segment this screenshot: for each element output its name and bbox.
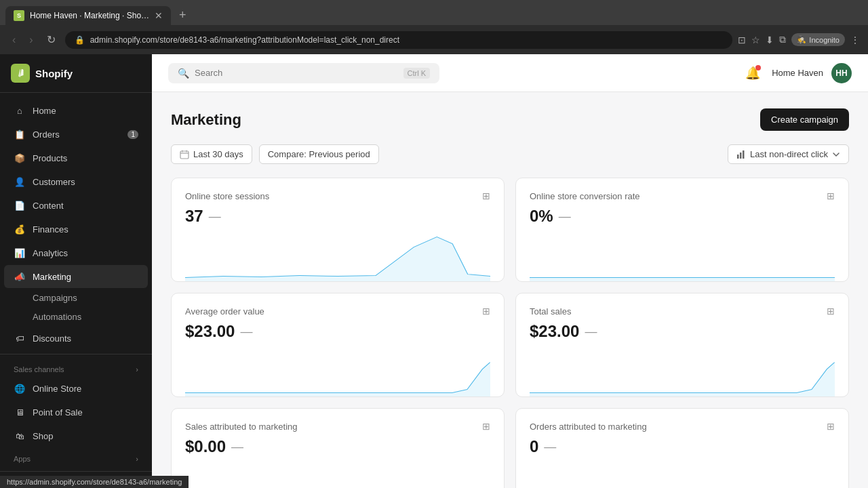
sidebar-item-automations[interactable]: Automations [33, 308, 148, 326]
attribution-select[interactable]: Last non-direct click [728, 144, 849, 164]
metric-card-conversion: Online store conversion rate ⊞ 0% — [515, 178, 849, 282]
sidebar-item-campaigns[interactable]: Campaigns [33, 289, 148, 307]
sidebar-item-home[interactable]: ⌂ Home [4, 99, 148, 122]
download-icon[interactable]: ⬇ [766, 35, 774, 45]
tab-close-button[interactable]: ✕ [155, 10, 163, 21]
sidebar-label-analytics: Analytics [33, 248, 68, 258]
search-icon: 🔍 [178, 68, 189, 79]
svg-rect-1 [737, 155, 739, 159]
calendar-icon [180, 150, 189, 159]
sidebar-item-analytics[interactable]: 📊 Analytics [4, 241, 148, 264]
customers-icon: 👤 [14, 176, 26, 188]
apps-expand-icon[interactable]: › [136, 455, 138, 463]
extensions-icon[interactable]: ⧉ [779, 34, 786, 45]
chart-icon [736, 150, 746, 159]
apps-label: Apps [14, 455, 31, 463]
back-button[interactable]: ‹ [8, 31, 20, 49]
sidebar-label-home: Home [33, 106, 56, 116]
metric-icon-orders-marketing[interactable]: ⊞ [827, 421, 835, 432]
shopify-logo-icon [11, 64, 30, 83]
metric-label-total-sales: Total sales ⊞ [530, 306, 835, 317]
metric-value-avg-order: $23.00 — [185, 322, 490, 341]
home-icon: ⌂ [14, 104, 26, 117]
notification-dot [755, 65, 761, 70]
sidebar-item-shop[interactable]: 🛍 Shop [4, 424, 148, 447]
sidebar-item-content[interactable]: 📄 Content [4, 194, 148, 217]
chart-avg-order [185, 349, 490, 396]
chart-sessions [185, 234, 490, 281]
chevron-down-icon [832, 150, 840, 159]
shop-icon: 🛍 [14, 430, 26, 442]
nav-bar: ‹ › ↻ 🔒 admin.shopify.com/store/de8143-a… [0, 25, 868, 54]
tab-title: Home Haven · Marketing · Sho… [30, 11, 149, 20]
page-title: Marketing [171, 111, 241, 129]
create-campaign-button[interactable]: Create campaign [760, 108, 849, 131]
forward-button[interactable]: › [25, 31, 37, 49]
sidebar: Shopify ⌂ Home 📋 Orders 1 📦 Products 👤 C… [0, 54, 152, 488]
metric-dash-orders-marketing: — [544, 440, 556, 454]
metric-dash-sales-marketing: — [231, 440, 243, 454]
sidebar-item-finances[interactable]: 💰 Finances [4, 218, 148, 241]
lock-icon: 🔒 [75, 35, 85, 45]
products-icon: 📦 [14, 152, 26, 164]
compare-filter[interactable]: Compare: Previous period [259, 144, 379, 164]
shopify-logo[interactable]: Shopify [11, 64, 73, 83]
sidebar-item-pos[interactable]: 🖥 Point of Sale [4, 401, 148, 424]
search-box[interactable]: 🔍 Ctrl K [168, 63, 439, 83]
notification-button[interactable]: 🔔 [742, 62, 764, 84]
menu-icon[interactable]: ⋮ [850, 35, 860, 45]
sidebar-item-discounts[interactable]: 🏷 Discounts [4, 327, 148, 350]
metric-dash-total-sales: — [585, 325, 597, 339]
metric-icon-avg-order[interactable]: ⊞ [482, 306, 490, 317]
new-tab-button[interactable]: + [174, 5, 192, 25]
active-tab[interactable]: S Home Haven · Marketing · Sho… ✕ [5, 6, 171, 25]
sales-channels-section: Sales channels › [0, 359, 152, 376]
marketing-subnav: Campaigns Automations [0, 289, 152, 326]
apps-section: Apps › [0, 448, 152, 466]
sidebar-label-products: Products [33, 153, 67, 163]
sidebar-item-customers[interactable]: 👤 Customers [4, 170, 148, 193]
metric-card-avg-order: Average order value ⊞ $23.00 — [171, 293, 505, 397]
chart-sales-marketing [185, 464, 490, 488]
metric-icon-conversion[interactable]: ⊞ [827, 190, 835, 201]
orders-icon: 📋 [14, 128, 26, 140]
discounts-icon: 🏷 [14, 332, 26, 344]
metric-dash-sessions: — [209, 209, 221, 224]
sales-channels-expand-icon[interactable]: › [136, 365, 138, 373]
sales-channels-label: Sales channels [14, 365, 64, 373]
tab-bar: S Home Haven · Marketing · Sho… ✕ + [0, 0, 868, 25]
metric-card-sessions: Online store sessions ⊞ 37 — [171, 178, 505, 282]
reload-button[interactable]: ↻ [43, 30, 60, 49]
online-store-icon: 🌐 [14, 382, 26, 394]
address-bar[interactable]: 🔒 admin.shopify.com/store/de8143-a6/mark… [65, 31, 733, 49]
metric-card-total-sales: Total sales ⊞ $23.00 — [515, 293, 849, 397]
browser-chrome: S Home Haven · Marketing · Sho… ✕ + ‹ › … [0, 0, 868, 54]
metric-icon-total-sales[interactable]: ⊞ [827, 306, 835, 317]
svg-rect-2 [740, 152, 742, 159]
metric-icon-sales-marketing[interactable]: ⊞ [482, 421, 490, 432]
cast-icon[interactable]: ⊡ [738, 35, 746, 45]
search-input[interactable] [195, 68, 398, 78]
bookmark-icon[interactable]: ☆ [751, 35, 760, 45]
sidebar-item-orders[interactable]: 📋 Orders 1 [4, 123, 148, 146]
main-content: 🔍 Ctrl K 🔔 Home Haven HH Marketing Creat… [152, 54, 868, 488]
date-filter-label: Last 30 days [193, 149, 243, 159]
page-content: Marketing Create campaign Last 30 days C… [152, 92, 868, 488]
sidebar-item-marketing[interactable]: 📣 Marketing [4, 265, 148, 288]
filter-bar: Last 30 days Compare: Previous period La… [171, 144, 849, 164]
metric-label-orders-marketing: Orders attributed to marketing ⊞ [530, 421, 835, 432]
sidebar-label-orders: Orders [33, 129, 60, 140]
sidebar-item-products[interactable]: 📦 Products [4, 146, 148, 169]
sidebar-item-online-store[interactable]: 🌐 Online Store [4, 377, 148, 400]
date-filter[interactable]: Last 30 days [171, 144, 252, 164]
analytics-icon: 📊 [14, 247, 26, 259]
finances-icon: 💰 [14, 223, 26, 235]
store-name: Home Haven [772, 68, 823, 78]
metric-card-sales-marketing: Sales attributed to marketing ⊞ $0.00 — [171, 408, 505, 488]
avatar[interactable]: HH [831, 63, 852, 83]
metric-icon-sessions[interactable]: ⊞ [482, 190, 490, 201]
metric-label-avg-order: Average order value ⊞ [185, 306, 490, 317]
status-bar: https://admin.shopify.com/store/de8143-a… [0, 476, 189, 488]
sidebar-label-finances: Finances [33, 224, 68, 235]
metric-dash-conversion: — [559, 209, 571, 224]
